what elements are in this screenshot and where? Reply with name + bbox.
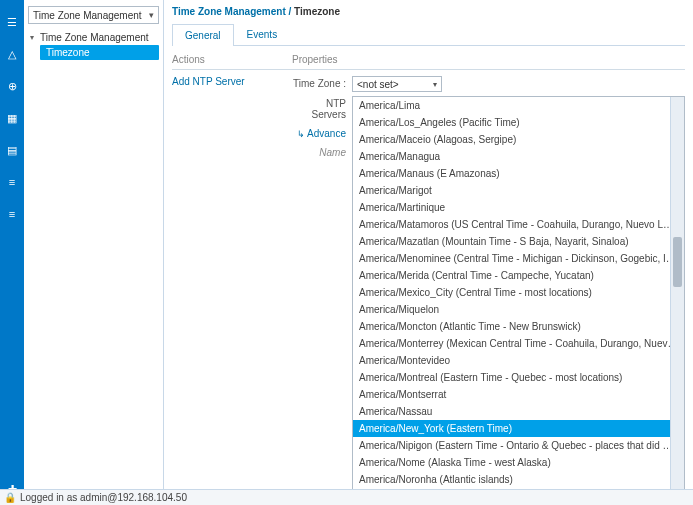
tz-option[interactable]: America/Nome (Alaska Time - west Alaska) (353, 454, 684, 471)
module-dropdown[interactable]: Time Zone Management (28, 6, 159, 24)
tz-option[interactable]: America/Monterrey (Mexican Central Time … (353, 335, 684, 352)
tab-general[interactable]: General (172, 24, 234, 46)
icon-sidebar: ☰△⊕▦▤≡≡✚ (0, 0, 24, 505)
timezone-select-value: <not set> (357, 79, 399, 90)
tz-option[interactable]: America/Matamoros (US Central Time - Coa… (353, 216, 684, 233)
tz-option[interactable]: America/Manaus (E Amazonas) (353, 165, 684, 182)
tab-events[interactable]: Events (234, 23, 291, 45)
nav-icon-5[interactable]: ≡ (5, 175, 19, 189)
tz-option[interactable]: America/Managua (353, 148, 684, 165)
timezone-label: Time Zone : (292, 76, 352, 89)
nav-icon-1[interactable]: △ (5, 47, 19, 61)
actions-column: Actions Add NTP Server (172, 54, 292, 497)
tab-bar: General Events (172, 23, 685, 46)
main-area: Time Zone Management / Timezone General … (164, 0, 693, 505)
tz-option[interactable]: America/Noronha (Atlantic islands) (353, 471, 684, 488)
tz-option[interactable]: America/Nipigon (Eastern Time - Ontario … (353, 437, 684, 454)
tree-child-label: Timezone (46, 47, 90, 58)
tz-option[interactable]: America/Mazatlan (Mountain Time - S Baja… (353, 233, 684, 250)
tz-option[interactable]: America/Moncton (Atlantic Time - New Bru… (353, 318, 684, 335)
timezone-select[interactable]: <not set> (352, 76, 442, 92)
tz-option[interactable]: America/Nassau (353, 403, 684, 420)
tz-option[interactable]: America/Menominee (Central Time - Michig… (353, 250, 684, 267)
tz-option[interactable]: America/Montreal (Eastern Time - Quebec … (353, 369, 684, 386)
add-ntp-server-link[interactable]: Add NTP Server (172, 76, 292, 87)
module-dropdown-label: Time Zone Management (33, 10, 142, 21)
properties-header: Properties (292, 54, 685, 70)
tree-child-timezone[interactable]: Timezone (40, 45, 159, 60)
advance-link[interactable]: Advance (292, 126, 352, 139)
nav-icon-6[interactable]: ≡ (5, 207, 19, 221)
tz-option[interactable]: America/Montserrat (353, 386, 684, 403)
tz-option[interactable]: America/Mexico_City (Central Time - most… (353, 284, 684, 301)
tz-option[interactable]: America/New_York (Eastern Time) (353, 420, 684, 437)
actions-header: Actions (172, 54, 292, 70)
timezone-row: Time Zone : <not set> (292, 76, 685, 92)
app-root: ☰△⊕▦▤≡≡✚ Time Zone Management ▾ Time Zon… (0, 0, 693, 505)
tz-option[interactable]: America/Martinique (353, 199, 684, 216)
tree-root-label: Time Zone Management (40, 32, 149, 43)
nav-icon-2[interactable]: ⊕ (5, 79, 19, 93)
status-bar: 🔒 Logged in as admin@192.168.104.50 (0, 489, 693, 505)
dropdown-row: NTP Servers Advance Name America/LimaAme… (292, 96, 685, 505)
breadcrumb-current: Timezone (294, 6, 340, 17)
lock-icon: 🔒 (4, 492, 16, 503)
breadcrumb-root[interactable]: Time Zone Management (172, 6, 286, 17)
scrollbar-thumb[interactable] (673, 237, 682, 287)
properties-column: Properties Time Zone : <not set> NTP Ser… (292, 54, 685, 497)
tz-option[interactable]: America/Miquelon (353, 301, 684, 318)
tree-root-row[interactable]: ▾ Time Zone Management (28, 30, 159, 45)
caret-down-icon: ▾ (30, 33, 40, 42)
nav-icon-0[interactable]: ☰ (5, 15, 19, 29)
name-label: Name (292, 145, 352, 158)
ntp-servers-label: NTP Servers (292, 96, 352, 120)
nav-tree: ▾ Time Zone Management Timezone (28, 30, 159, 60)
tz-option[interactable]: America/Maceio (Alagoas, Sergipe) (353, 131, 684, 148)
content-area: Actions Add NTP Server Properties Time Z… (164, 46, 693, 505)
breadcrumb: Time Zone Management / Timezone (164, 0, 693, 23)
scrollbar[interactable] (670, 97, 684, 505)
side-panel: Time Zone Management ▾ Time Zone Managem… (24, 0, 164, 505)
tz-option[interactable]: America/Merida (Central Time - Campeche,… (353, 267, 684, 284)
tz-option[interactable]: America/Montevideo (353, 352, 684, 369)
nav-icon-3[interactable]: ▦ (5, 111, 19, 125)
status-text: Logged in as admin@192.168.104.50 (20, 492, 187, 503)
tz-option[interactable]: America/Los_Angeles (Pacific Time) (353, 114, 684, 131)
nav-icon-4[interactable]: ▤ (5, 143, 19, 157)
tz-option[interactable]: America/Lima (353, 97, 684, 114)
tz-option[interactable]: America/Marigot (353, 182, 684, 199)
timezone-dropdown-list[interactable]: America/LimaAmerica/Los_Angeles (Pacific… (352, 96, 685, 505)
